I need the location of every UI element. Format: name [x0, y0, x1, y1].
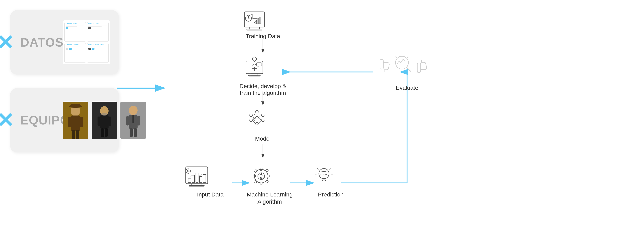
svg-text:Evaluate: Evaluate — [396, 84, 418, 91]
left-section: ✕ DATOS DATOS DE USUARIO DATOS DE ACCIÓN — [10, 10, 119, 241]
mini-icon-4 — [69, 48, 72, 50]
svg-line-74 — [258, 112, 262, 115]
svg-rect-41 — [247, 29, 262, 30]
svg-rect-23 — [134, 128, 137, 137]
mini-line-6 — [88, 26, 102, 26]
mini-box-lenguaje: DATOS DE LENGUAJE — [64, 43, 86, 63]
diagram-svg: Training Data Decide, develop & train th… — [161, 5, 628, 246]
svg-line-73 — [252, 120, 256, 124]
photos-row — [63, 102, 146, 139]
mini-line-7 — [66, 46, 85, 46]
mini-box-transaccion-title: DATOS DE TRANSACCIÓN — [88, 44, 107, 45]
photo-2 — [92, 102, 117, 139]
svg-point-63 — [256, 110, 258, 113]
svg-rect-14 — [101, 128, 104, 137]
svg-line-50 — [248, 18, 250, 19]
svg-rect-4 — [80, 117, 83, 127]
mini-line-10 — [88, 46, 101, 47]
svg-rect-5 — [72, 130, 75, 139]
svg-text:Model: Model — [255, 135, 271, 142]
svg-text:Training Data: Training Data — [246, 33, 280, 39]
svg-rect-24 — [132, 115, 134, 123]
svg-rect-39 — [244, 12, 264, 27]
svg-rect-81 — [188, 179, 191, 182]
svg-line-112 — [408, 56, 408, 58]
ml-diagram: Training Data Decide, develop & train th… — [161, 5, 628, 246]
datos-x-mark: ✕ — [0, 32, 14, 52]
photo-3 — [120, 102, 146, 139]
svg-text:Prediction: Prediction — [318, 191, 344, 198]
svg-line-108 — [318, 168, 318, 169]
svg-line-105 — [330, 168, 330, 169]
equipo-card: ✕ EQUIPO — [10, 88, 119, 152]
svg-line-77 — [258, 120, 262, 124]
equipo-x-mark: ✕ — [0, 110, 14, 130]
datos-content: DATOS DE USUARIO DATOS DE ACCIÓN — [63, 20, 110, 64]
mini-icon-row-3 — [66, 48, 85, 50]
mini-icon-3 — [66, 48, 68, 50]
svg-rect-82 — [192, 175, 194, 182]
mini-box-lenguaje-title: DATOS DE LENGUAJE — [66, 44, 85, 45]
svg-rect-22 — [130, 128, 133, 137]
svg-rect-47 — [259, 17, 261, 24]
mini-icon-2 — [88, 27, 91, 29]
equipo-label: EQUIPO — [20, 113, 54, 127]
svg-point-65 — [256, 122, 258, 125]
svg-rect-3 — [68, 117, 71, 127]
svg-rect-13 — [108, 117, 111, 126]
svg-marker-60 — [256, 66, 259, 67]
datos-card: ✕ DATOS DATOS DE USUARIO DATOS DE ACCIÓN — [10, 10, 119, 74]
mini-line-4 — [88, 25, 107, 25]
mini-box-accion-title: DATOS DE ACCIÓN — [88, 23, 107, 24]
mini-icon-row-4 — [88, 48, 107, 50]
mini-icon-row-2 — [88, 27, 107, 29]
svg-rect-2 — [71, 115, 80, 131]
svg-rect-59 — [256, 63, 262, 66]
svg-text:Input Data: Input Data — [197, 191, 224, 198]
svg-line-110 — [407, 67, 410, 71]
svg-text:Machine Learning: Machine Learning — [247, 191, 292, 198]
mini-icon-6 — [92, 48, 94, 50]
svg-rect-11 — [100, 115, 108, 129]
svg-point-62 — [250, 119, 252, 122]
svg-line-76 — [258, 118, 262, 120]
svg-point-56 — [253, 64, 256, 67]
svg-text:Decide, develop &: Decide, develop & — [240, 83, 286, 89]
svg-rect-21 — [138, 116, 140, 125]
svg-point-90 — [254, 169, 268, 183]
svg-rect-12 — [98, 117, 100, 126]
svg-rect-78 — [186, 167, 208, 184]
svg-point-16 — [101, 113, 107, 116]
svg-rect-103 — [322, 180, 326, 181]
svg-rect-20 — [126, 116, 129, 125]
svg-rect-80 — [189, 186, 204, 186]
svg-point-18 — [129, 106, 138, 115]
mini-line-8 — [66, 46, 81, 47]
mini-icon-row-1 — [66, 27, 85, 29]
svg-text:train the algorithm: train the algorithm — [240, 90, 286, 96]
mini-box-accion: DATOS DE ACCIÓN — [87, 22, 108, 42]
mini-line-2 — [66, 25, 85, 26]
mini-line-5 — [88, 25, 107, 26]
svg-text:Algorithm: Algorithm — [258, 198, 282, 205]
mini-icon-1 — [66, 27, 68, 29]
svg-point-54 — [252, 57, 256, 61]
mini-box-usuario: DATOS DE USUARIO — [64, 22, 86, 42]
svg-rect-85 — [203, 174, 206, 182]
equipo-content — [63, 102, 146, 139]
mini-box-usuario-title: DATOS DE USUARIO — [66, 23, 85, 24]
svg-rect-53 — [248, 75, 260, 76]
svg-point-61 — [250, 114, 252, 117]
svg-point-91 — [258, 173, 264, 180]
svg-point-64 — [256, 116, 258, 119]
datos-label: DATOS — [20, 35, 54, 49]
mini-line-9 — [88, 46, 107, 46]
svg-line-68 — [252, 112, 256, 115]
svg-line-75 — [258, 115, 262, 118]
mini-icon-5 — [88, 48, 91, 50]
mini-line-3 — [66, 26, 77, 26]
svg-point-67 — [262, 119, 264, 122]
svg-rect-84 — [200, 177, 202, 182]
svg-rect-6 — [76, 130, 80, 139]
mini-line-1 — [66, 25, 85, 25]
